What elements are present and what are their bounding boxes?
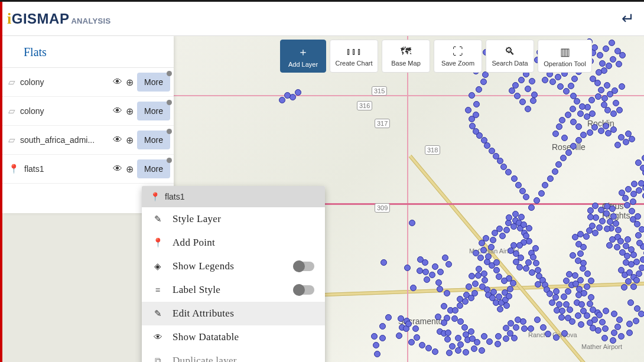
map-point[interactable]	[425, 345, 432, 351]
layer-row[interactable]: ▱ south_africa_admi... 👁 ⊕ More	[2, 126, 174, 155]
map-point[interactable]	[570, 93, 577, 99]
map-point[interactable]	[432, 263, 438, 270]
map-point[interactable]	[629, 136, 635, 142]
map-point[interactable]	[619, 83, 625, 90]
map-point[interactable]	[404, 265, 411, 271]
legends-toggle[interactable]	[293, 262, 314, 271]
map-point[interactable]	[571, 76, 578, 82]
map-point[interactable]	[412, 325, 419, 332]
map-point[interactable]	[598, 128, 604, 134]
map-point[interactable]	[465, 107, 471, 113]
map-point[interactable]	[634, 305, 640, 312]
map-point[interactable]	[481, 333, 487, 340]
map-point[interactable]	[561, 135, 568, 141]
map-point[interactable]	[513, 324, 519, 331]
map-point[interactable]	[476, 86, 482, 93]
map-point[interactable]	[579, 103, 586, 110]
map-point[interactable]	[538, 190, 545, 197]
map-point[interactable]	[575, 257, 581, 264]
map-point[interactable]	[630, 283, 637, 290]
add-layer-button[interactable]: ＋ Add Layer	[280, 40, 326, 73]
map-point[interactable]	[611, 330, 617, 336]
map-point[interactable]	[596, 224, 603, 231]
map-point[interactable]	[485, 253, 492, 260]
map-point[interactable]	[429, 272, 435, 278]
map-point[interactable]	[469, 273, 475, 279]
map-point[interactable]	[575, 137, 582, 144]
map-point[interactable]	[534, 197, 540, 204]
base-map-button[interactable]: 🗺 Base Map	[382, 40, 430, 73]
map-point[interactable]	[595, 93, 601, 100]
map-point[interactable]	[486, 338, 493, 345]
map-point[interactable]	[601, 335, 608, 341]
map-point[interactable]	[626, 321, 633, 327]
map-point[interactable]	[587, 301, 593, 307]
map-point[interactable]	[444, 290, 450, 296]
map-point[interactable]	[635, 213, 641, 220]
map-point[interactable]	[570, 143, 577, 149]
map-point[interactable]	[480, 79, 487, 85]
map-point[interactable]	[626, 330, 633, 336]
map-point[interactable]	[584, 312, 590, 319]
map-point[interactable]	[587, 214, 594, 220]
map-point[interactable]	[519, 99, 526, 105]
map-point[interactable]	[435, 279, 442, 286]
map-point[interactable]	[515, 317, 521, 323]
map-point[interactable]	[636, 240, 643, 246]
map-point[interactable]	[532, 245, 539, 252]
map-point[interactable]	[457, 318, 464, 325]
map-point[interactable]	[597, 52, 603, 58]
map-point[interactable]	[505, 169, 512, 175]
map-point[interactable]	[455, 335, 461, 341]
map-point[interactable]	[490, 237, 496, 243]
map-point[interactable]	[623, 259, 629, 266]
map-point[interactable]	[449, 343, 456, 350]
map-point[interactable]	[371, 333, 378, 340]
map-point[interactable]	[633, 277, 640, 283]
map-point[interactable]	[614, 244, 620, 250]
map-point[interactable]	[635, 232, 642, 239]
map-point[interactable]	[594, 80, 601, 86]
map-point[interactable]	[422, 269, 429, 275]
map-point[interactable]	[441, 303, 447, 309]
map-point[interactable]	[580, 132, 587, 138]
map-point[interactable]	[625, 278, 632, 285]
map-point[interactable]	[624, 202, 630, 208]
map-point[interactable]	[629, 208, 635, 214]
map-point[interactable]	[445, 261, 452, 268]
label-toggle[interactable]	[293, 285, 314, 295]
map-point[interactable]	[468, 328, 474, 335]
map-point[interactable]	[575, 123, 582, 130]
map-point[interactable]	[622, 195, 629, 201]
map-point[interactable]	[540, 324, 547, 331]
map-point[interactable]	[451, 315, 458, 322]
map-point[interactable]	[480, 247, 487, 253]
map-point[interactable]	[496, 273, 502, 280]
map-point[interactable]	[473, 128, 479, 135]
map-point[interactable]	[503, 335, 509, 342]
map-point[interactable]	[462, 298, 469, 305]
show-datatable-item[interactable]: 👁 Show Datatable	[142, 325, 325, 349]
map-point[interactable]	[506, 214, 512, 221]
map-point[interactable]	[589, 223, 596, 229]
map-point[interactable]	[437, 269, 444, 275]
map-point[interactable]	[473, 112, 479, 118]
map-point[interactable]	[567, 306, 573, 313]
map-point[interactable]	[610, 337, 616, 344]
map-point[interactable]	[542, 77, 548, 83]
map-point[interactable]	[553, 334, 560, 341]
map-point[interactable]	[601, 95, 608, 102]
map-point[interactable]	[568, 83, 574, 89]
more-button[interactable]: More	[137, 102, 170, 120]
map-point[interactable]	[625, 236, 631, 243]
map-point[interactable]	[584, 113, 590, 120]
map-point[interactable]	[596, 312, 603, 318]
map-point[interactable]	[506, 293, 512, 299]
map-point[interactable]	[461, 324, 468, 331]
map-point[interactable]	[534, 317, 541, 323]
map-point[interactable]	[561, 293, 567, 300]
map-point[interactable]	[587, 129, 593, 136]
map-point[interactable]	[408, 339, 415, 345]
map-point[interactable]	[590, 325, 596, 331]
map-point[interactable]	[501, 278, 508, 284]
